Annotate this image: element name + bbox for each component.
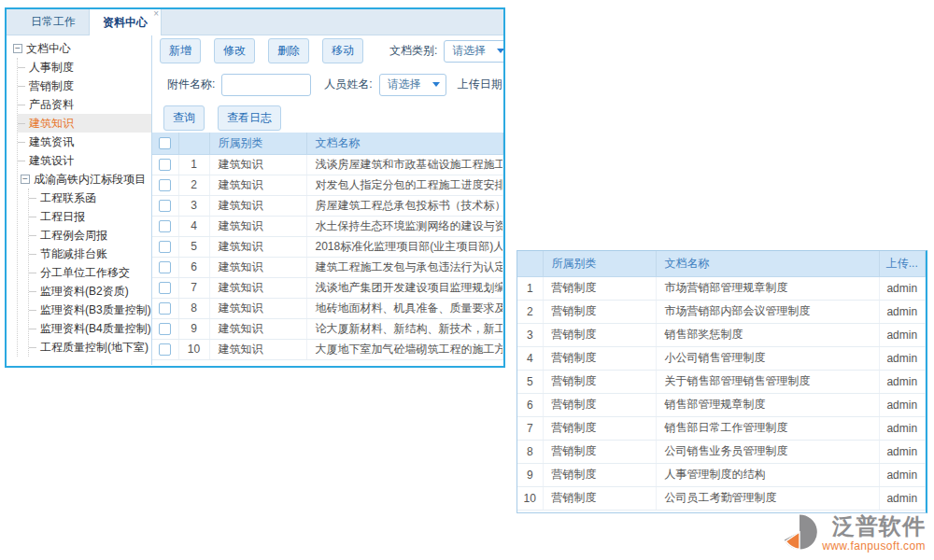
row-checkbox[interactable] [159, 343, 171, 356]
tree-item-gczlkz[interactable]: 工程质量控制(地下室) [29, 338, 151, 357]
row-checkbox[interactable] [159, 282, 171, 294]
row-checkbox[interactable] [159, 323, 171, 335]
tree-item-label: 工程质量控制(地下室) [40, 340, 149, 356]
results-table-panel: 所属别类 文档名称 上传... 1 营销制度 市场营销部管理规章制度 admin… [517, 250, 927, 513]
table-row[interactable]: 10 建筑知识 大厦地下室加气砼墙砌筑工程的施工方... [152, 339, 503, 359]
view-log-button[interactable]: 查看日志 [218, 105, 281, 131]
close-icon[interactable]: × [153, 9, 159, 19]
table-row[interactable]: 4 建筑知识 水土保持生态环境监测网络的建设与资... [152, 216, 503, 236]
tree-item-gclhzb[interactable]: 工程例会周报 [29, 226, 151, 245]
person-name-select[interactable]: 请选择 [379, 74, 446, 96]
tree-tick [29, 254, 36, 255]
table-row[interactable]: 2 营销制度 市场营销部内部会议管理制度 admin [517, 300, 926, 323]
table-row[interactable]: 9 建筑知识 论大厦新材料、新结构、新技术，新工... [152, 318, 503, 339]
attachment-name-input[interactable] [221, 74, 311, 96]
tab-data-center[interactable]: 资料中心 × [89, 9, 162, 35]
row-checkbox[interactable] [159, 179, 171, 191]
select-all-checkbox[interactable] [159, 137, 171, 149]
tree-item-gclxh[interactable]: 工程联系函 [29, 189, 151, 207]
tree-root-document-center[interactable]: − 文档中心 [7, 39, 151, 58]
query-button[interactable]: 查询 [163, 105, 205, 131]
tree-item-jianzhu-zixun[interactable]: 建筑资讯 [18, 133, 151, 151]
table-row[interactable]: 6 营销制度 销售部管理规章制度 admin [517, 393, 926, 416]
row-category: 建筑知识 [209, 195, 306, 216]
tree-item-label: 监理资料(B4质量控制) [40, 321, 151, 337]
name-column-header: 文档名称 [306, 133, 503, 154]
table-header-row: 所属别类 文档名称 上传... [517, 251, 926, 276]
collapse-icon[interactable]: − [21, 175, 30, 184]
toolbar-row-2: 附件名称: 人员姓名: 请选择 上传日期 [152, 66, 503, 103]
tree-item-label: 分工单位工作移交 [40, 265, 130, 281]
table-row[interactable]: 5 营销制度 关于销售部管理销售管理制度 admin [517, 370, 926, 393]
row-checkbox[interactable] [159, 241, 171, 253]
row-category: 建筑知识 [209, 154, 306, 175]
table-row[interactable]: 2 建筑知识 对发包人指定分包的工程施工进度安排... [152, 175, 503, 195]
delete-button[interactable]: 删除 [268, 38, 309, 63]
table-row[interactable]: 9 营销制度 人事管理制度的结构 admin [517, 463, 926, 486]
table-row[interactable]: 1 建筑知识 浅谈房屋建筑和市政基础设施工程施工... [152, 154, 503, 175]
row-number: 5 [517, 370, 543, 393]
table-row[interactable]: 3 建筑知识 房屋建筑工程总承包投标书（技术标）... [152, 195, 503, 216]
doc-type-select[interactable]: 请选择 [444, 40, 503, 63]
row-number: 9 [178, 318, 209, 339]
tree-item-renshi[interactable]: 人事制度 [18, 58, 151, 77]
table-row[interactable]: 1 营销制度 市场营销部管理规章制度 admin [517, 276, 926, 300]
table-row[interactable]: 7 营销制度 销售部日常工作管理制度 admin [517, 416, 926, 440]
table-row[interactable]: 4 营销制度 小公司销售管理制度 admin [517, 346, 926, 370]
row-checkbox[interactable] [159, 302, 171, 315]
row-checkbox[interactable] [159, 261, 171, 273]
row-category: 建筑知识 [209, 216, 306, 236]
row-checkbox[interactable] [159, 220, 171, 232]
fanpu-logo-icon [782, 514, 817, 550]
row-doc-name: 关于销售部管理销售管理制度 [656, 370, 879, 393]
row-uploader: admin [879, 486, 926, 510]
row-uploader: admin [879, 276, 926, 300]
add-button[interactable]: 新增 [160, 38, 201, 63]
tree-item-jnjptz[interactable]: 节能减排台账 [29, 245, 151, 263]
row-doc-name: 销售部奖惩制度 [656, 323, 879, 346]
tree-item-gcrb[interactable]: 工程日报 [29, 207, 151, 226]
row-category: 营销制度 [543, 463, 656, 486]
tree-item-jlzl-b3[interactable]: 监理资料(B3质量控制) [29, 301, 151, 319]
table-row[interactable]: 7 建筑知识 浅谈地产集团开发建设项目监理规划编... [152, 277, 503, 298]
row-number: 8 [178, 298, 209, 318]
table-row[interactable]: 6 建筑知识 建筑工程施工发包与承包违法行为认定... [152, 257, 503, 277]
tree-item-label: 工程联系函 [40, 190, 96, 206]
row-doc-name: 对发包人指定分包的工程施工进度安排... [306, 175, 503, 195]
number-column-header [178, 133, 209, 154]
row-number: 3 [178, 195, 209, 216]
tree-node-project[interactable]: − 成渝高铁内江标段项目 [18, 170, 151, 189]
tree-item-label: 节能减排台账 [40, 246, 107, 262]
tree-item-jlzl-b2[interactable]: 监理资料(B2资质) [29, 282, 151, 301]
row-number: 10 [178, 339, 209, 359]
row-number: 1 [517, 276, 543, 300]
table-row[interactable]: 3 营销制度 销售部奖惩制度 admin [517, 323, 926, 346]
number-column-header [517, 251, 543, 276]
move-button[interactable]: 移动 [322, 38, 363, 63]
tree-tick [18, 105, 25, 105]
tree-item-fgdwgzyj[interactable]: 分工单位工作移交 [29, 263, 151, 282]
tab-data-center-label: 资料中心 [103, 15, 148, 31]
tree-tick [29, 273, 36, 273]
row-checkbox[interactable] [159, 200, 171, 212]
row-checkbox[interactable] [159, 159, 171, 171]
row-number: 1 [178, 154, 209, 175]
table-row[interactable]: 5 建筑知识 2018标准化监理项目部(业主项目部)人员... [152, 236, 503, 257]
tree-item-jlzl-b4[interactable]: 监理资料(B4质量控制) [29, 319, 151, 338]
toolbar-row-3: 查询 查看日志 [152, 103, 503, 133]
table-row[interactable]: 10 营销制度 公司员工考勤管理制度 admin [517, 486, 926, 510]
row-number: 7 [517, 416, 543, 440]
person-select-value: 请选择 [388, 77, 421, 92]
tree-item-jianzhu-sheji[interactable]: 建筑设计 [18, 151, 151, 170]
tree-tick [29, 291, 36, 292]
tree-item-yingxiao[interactable]: 营销制度 [18, 77, 151, 95]
tab-daily-work[interactable]: 日常工作 [18, 9, 89, 35]
tree-item-jianzhu-zhishi-selected[interactable]: 建筑知识 [18, 114, 151, 133]
logo-company-name: 泛普软件 [832, 514, 926, 539]
table-row[interactable]: 8 营销制度 公司销售业务员管理制度 admin [517, 440, 926, 463]
tree-tick [18, 67, 25, 68]
collapse-icon[interactable]: − [13, 44, 22, 53]
tree-item-chanpin[interactable]: 产品资料 [18, 95, 151, 114]
edit-button[interactable]: 修改 [214, 38, 255, 63]
table-row[interactable]: 8 建筑知识 地砖地面材料、机具准备、质量要求及... [152, 298, 503, 318]
